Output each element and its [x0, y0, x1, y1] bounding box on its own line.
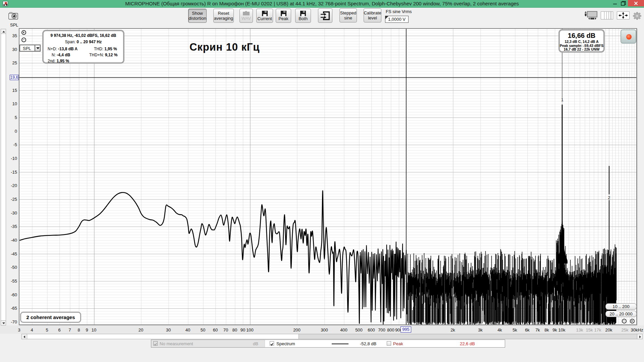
svg-text:1: 1 [561, 98, 564, 102]
svg-text:2: 2 [608, 195, 610, 200]
